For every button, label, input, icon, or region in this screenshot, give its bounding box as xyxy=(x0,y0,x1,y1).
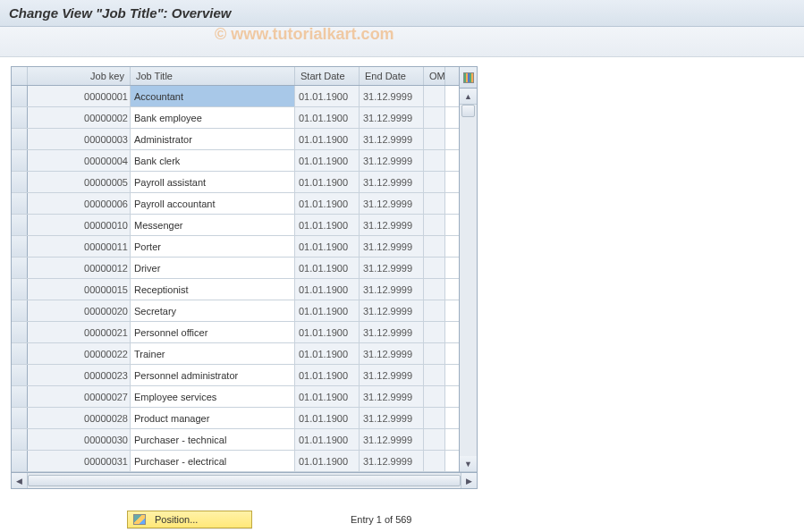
cell-start-date[interactable]: 01.01.1900 xyxy=(295,236,360,257)
cell-om[interactable] xyxy=(424,150,445,171)
vertical-scrollbar-thumb[interactable] xyxy=(461,105,475,117)
cell-job-key[interactable]: 00000005 xyxy=(28,172,131,192)
row-selector[interactable] xyxy=(12,343,28,364)
cell-end-date[interactable]: 31.12.9999 xyxy=(360,429,424,450)
scroll-up-button[interactable]: ▲ xyxy=(460,89,477,105)
cell-om[interactable] xyxy=(424,236,445,257)
cell-job-key[interactable]: 00000011 xyxy=(28,236,131,257)
cell-job-title[interactable]: Secretary xyxy=(131,300,295,321)
cell-om[interactable] xyxy=(424,429,445,450)
cell-om[interactable] xyxy=(424,258,445,278)
row-selector[interactable] xyxy=(12,193,28,214)
table-row[interactable]: 00000023Personnel administrator01.01.190… xyxy=(12,365,459,386)
cell-job-title[interactable]: Personnel administrator xyxy=(131,365,295,385)
cell-job-title[interactable]: Administrator xyxy=(131,129,295,149)
row-selector[interactable] xyxy=(12,215,28,235)
cell-job-key[interactable]: 00000028 xyxy=(28,408,131,428)
cell-start-date[interactable]: 01.01.1900 xyxy=(295,129,360,149)
table-row[interactable]: 00000028Product manager01.01.190031.12.9… xyxy=(12,408,459,429)
table-row[interactable]: 00000010Messenger01.01.190031.12.9999 xyxy=(12,215,459,236)
cell-job-title[interactable]: Purchaser - electrical xyxy=(131,451,295,471)
cell-om[interactable] xyxy=(424,322,445,342)
cell-om[interactable] xyxy=(424,300,445,321)
cell-job-title[interactable]: Purchaser - technical xyxy=(131,429,295,450)
cell-start-date[interactable]: 01.01.1900 xyxy=(295,172,360,192)
horizontal-scrollbar-thumb[interactable] xyxy=(28,475,461,486)
cell-job-title[interactable]: Trainer xyxy=(131,343,295,364)
column-header-job-key[interactable]: Job key xyxy=(28,67,131,85)
table-row[interactable]: 00000030Purchaser - technical01.01.19003… xyxy=(12,429,459,451)
position-button[interactable]: Position... xyxy=(127,511,252,528)
row-selector[interactable] xyxy=(12,429,28,450)
cell-end-date[interactable]: 31.12.9999 xyxy=(360,215,424,235)
table-row[interactable]: 00000002Bank employee01.01.190031.12.999… xyxy=(12,107,459,129)
row-selector[interactable] xyxy=(12,451,28,471)
cell-job-title[interactable]: Personnel officer xyxy=(131,322,295,342)
cell-job-title[interactable]: Bank employee xyxy=(131,107,295,128)
cell-end-date[interactable]: 31.12.9999 xyxy=(360,86,424,106)
cell-job-title[interactable]: Porter xyxy=(131,236,295,257)
cell-start-date[interactable]: 01.01.1900 xyxy=(295,451,360,471)
cell-start-date[interactable]: 01.01.1900 xyxy=(295,408,360,428)
cell-start-date[interactable]: 01.01.1900 xyxy=(295,107,360,128)
cell-end-date[interactable]: 31.12.9999 xyxy=(360,279,424,300)
cell-end-date[interactable]: 31.12.9999 xyxy=(360,300,424,321)
cell-start-date[interactable]: 01.01.1900 xyxy=(295,429,360,450)
table-row[interactable]: 00000005Payroll assistant01.01.190031.12… xyxy=(12,172,459,193)
scroll-right-button[interactable]: ▶ xyxy=(461,473,477,488)
cell-end-date[interactable]: 31.12.9999 xyxy=(360,193,424,214)
table-row[interactable]: 00000022Trainer01.01.190031.12.9999 xyxy=(12,343,459,365)
cell-end-date[interactable]: 31.12.9999 xyxy=(360,236,424,257)
scroll-left-button[interactable]: ◀ xyxy=(12,473,28,488)
cell-job-key[interactable]: 00000022 xyxy=(28,343,131,364)
cell-end-date[interactable]: 31.12.9999 xyxy=(360,258,424,278)
column-header-om[interactable]: OM xyxy=(424,67,445,85)
cell-job-key[interactable]: 00000003 xyxy=(28,129,131,149)
column-header-end-date[interactable]: End Date xyxy=(360,67,424,85)
cell-job-key[interactable]: 00000023 xyxy=(28,365,131,385)
cell-start-date[interactable]: 01.01.1900 xyxy=(295,193,360,214)
table-row[interactable]: 00000031Purchaser - electrical01.01.1900… xyxy=(12,451,459,472)
table-row[interactable]: 00000004Bank clerk01.01.190031.12.9999 xyxy=(12,150,459,172)
table-row[interactable]: 00000003Administrator01.01.190031.12.999… xyxy=(12,129,459,150)
cell-job-title[interactable]: Employee services xyxy=(131,386,295,407)
cell-job-key[interactable]: 00000031 xyxy=(28,451,131,471)
cell-start-date[interactable]: 01.01.1900 xyxy=(295,215,360,235)
cell-job-title[interactable]: Payroll assistant xyxy=(131,172,295,192)
cell-start-date[interactable]: 01.01.1900 xyxy=(295,300,360,321)
cell-start-date[interactable]: 01.01.1900 xyxy=(295,386,360,407)
cell-om[interactable] xyxy=(424,451,445,471)
cell-om[interactable] xyxy=(424,279,445,300)
cell-job-key[interactable]: 00000006 xyxy=(28,193,131,214)
cell-om[interactable] xyxy=(424,129,445,149)
table-row[interactable]: 00000001Accountant01.01.190031.12.9999 xyxy=(12,86,459,107)
row-selector[interactable] xyxy=(12,279,28,300)
cell-om[interactable] xyxy=(424,365,445,385)
cell-start-date[interactable]: 01.01.1900 xyxy=(295,343,360,364)
row-selector[interactable] xyxy=(12,172,28,192)
cell-job-title[interactable]: Bank clerk xyxy=(131,150,295,171)
row-selector[interactable] xyxy=(12,300,28,321)
table-row[interactable]: 00000020Secretary01.01.190031.12.9999 xyxy=(12,300,459,322)
cell-end-date[interactable]: 31.12.9999 xyxy=(360,107,424,128)
cell-job-key[interactable]: 00000015 xyxy=(28,279,131,300)
cell-job-key[interactable]: 00000020 xyxy=(28,300,131,321)
table-row[interactable]: 00000021Personnel officer01.01.190031.12… xyxy=(12,322,459,343)
table-row[interactable]: 00000027Employee services01.01.190031.12… xyxy=(12,386,459,408)
cell-job-title[interactable]: Payroll accountant xyxy=(131,193,295,214)
cell-om[interactable] xyxy=(424,107,445,128)
column-header-selector[interactable] xyxy=(12,67,28,85)
scroll-down-button[interactable]: ▼ xyxy=(460,456,477,472)
row-selector[interactable] xyxy=(12,150,28,171)
row-selector[interactable] xyxy=(12,236,28,257)
row-selector[interactable] xyxy=(12,258,28,278)
column-header-start-date[interactable]: Start Date xyxy=(295,67,360,85)
vertical-scrollbar-track[interactable] xyxy=(460,105,477,456)
cell-om[interactable] xyxy=(424,408,445,428)
cell-job-key[interactable]: 00000010 xyxy=(28,215,131,235)
row-selector[interactable] xyxy=(12,365,28,385)
row-selector[interactable] xyxy=(12,386,28,407)
row-selector[interactable] xyxy=(12,322,28,342)
cell-start-date[interactable]: 01.01.1900 xyxy=(295,365,360,385)
cell-job-key[interactable]: 00000021 xyxy=(28,322,131,342)
